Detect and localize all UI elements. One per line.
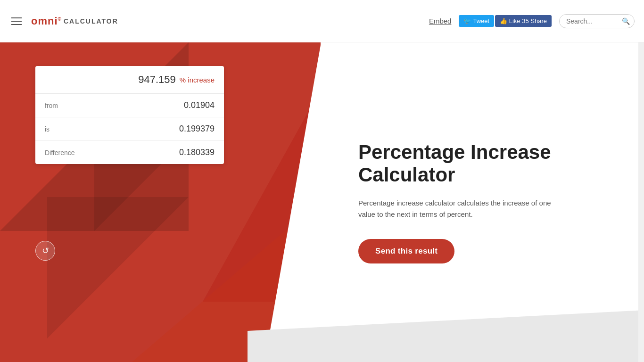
header: omni® CALCULATOR Embed 🐦 Tweet 👍 Like 35… [0,0,644,42]
result-value: 947.159 [138,74,176,86]
difference-row: Difference 0.180339 [35,141,224,164]
main-layout: 947.159 % increase from 0.01904 is 0.199… [0,42,644,362]
bg-shape-2 [47,197,189,338]
left-panel: 947.159 % increase from 0.01904 is 0.199… [0,42,321,362]
is-row: is 0.199379 [35,117,224,141]
reset-icon: ↺ [42,246,49,256]
calculator-description: Percentage increase calculator calculate… [358,197,556,220]
send-result-button[interactable]: Send this result [358,239,454,263]
right-panel: Percentage Increase Calculator Percentag… [321,42,644,362]
search-icon: 🔍 [622,17,630,25]
diagonal-cut [264,42,321,362]
calculator-card: 947.159 % increase from 0.01904 is 0.199… [35,66,224,164]
social-buttons: 🐦 Tweet 👍 Like 35 Share [459,15,552,27]
difference-value: 0.180339 [179,148,215,157]
facebook-icon: 👍 [500,17,507,25]
from-value: 0.01904 [184,100,215,110]
is-value: 0.199379 [179,124,215,134]
calculator-title: Percentage Increase Calculator [358,141,606,187]
difference-label: Difference [45,149,75,156]
from-row: from 0.01904 [35,94,224,117]
logo-omni-text: omni® [31,15,62,27]
like-button[interactable]: 👍 Like 35 Share [495,15,552,27]
tweet-button[interactable]: 🐦 Tweet [459,15,494,27]
search-input[interactable] [566,17,618,25]
menu-button[interactable] [9,16,24,27]
header-right: Embed 🐦 Tweet 👍 Like 35 Share 🔍 [429,14,635,28]
reset-button[interactable]: ↺ [35,241,55,261]
header-left: omni® CALCULATOR [9,15,118,27]
from-label: from [45,102,58,109]
scrollbar[interactable] [638,0,644,362]
percent-increase-link[interactable]: % increase [180,76,215,84]
search-box: 🔍 [559,14,635,28]
result-row: 947.159 % increase [35,66,224,94]
embed-link[interactable]: Embed [429,17,452,25]
twitter-icon: 🐦 [463,17,471,25]
logo-calc-text: CALCULATOR [64,17,118,25]
is-label: is [45,125,50,133]
logo: omni® CALCULATOR [31,15,118,27]
